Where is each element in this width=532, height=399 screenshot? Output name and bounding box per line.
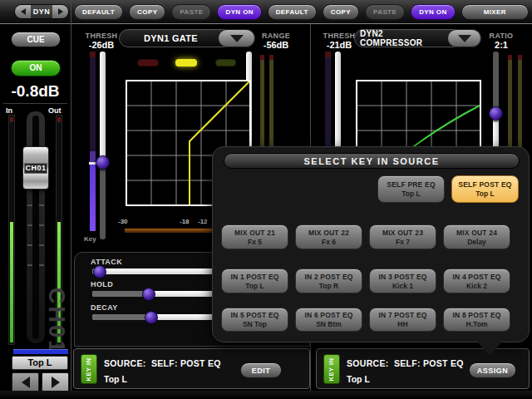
keyin-tab: KEY IN — [323, 354, 340, 384]
dropdown-cap[interactable] — [447, 29, 481, 47]
meter-peak-segment — [10, 117, 13, 122]
dyn1-thresh-slider-thumb[interactable] — [96, 155, 110, 170]
keyin-source-text: SOURCE: SELF: POST EQ — [104, 358, 221, 368]
selector-label: DYN — [31, 5, 52, 18]
next-channel-button[interactable] — [42, 372, 69, 392]
dyn2-type-value: DYN2 COMPRESSOR — [360, 30, 446, 47]
key-source-button[interactable]: MIX OUT 24Delay — [443, 224, 510, 249]
toolbar-button[interactable]: PASTE — [365, 4, 405, 20]
dropdown-cap[interactable] — [218, 29, 255, 47]
popup-row-self: SELF PRE EQTop L SELF POST EQTop L — [221, 175, 519, 203]
slider-track — [100, 52, 106, 162]
key-source-button[interactable]: IN 6 POST EQSN Btm — [295, 308, 362, 332]
fader-tick — [27, 204, 32, 206]
popup-row-in-2: IN 5 POST EQSN Top IN 6 POST EQSN Btm IN… — [221, 308, 519, 332]
arrow-right-icon — [52, 377, 60, 388]
keyin-tab: KEY IN — [81, 354, 97, 384]
dyn2-ratio-label: RATIO — [482, 32, 520, 40]
keyin-edit-button[interactable]: EDIT — [240, 362, 282, 378]
meter-level-fill — [10, 222, 13, 342]
hold-slider-thumb[interactable] — [142, 288, 155, 301]
meter-in-label: In — [6, 106, 12, 115]
key-source-button[interactable]: IN 5 POST EQSN Top — [221, 308, 288, 332]
decay-label: DECAY — [91, 303, 118, 312]
key-source-button[interactable]: MIX OUT 23Fx 7 — [369, 224, 436, 249]
toolbar-button[interactable]: DEFAULT — [74, 4, 123, 20]
axis-tick-label: -12 — [198, 218, 208, 225]
dyn2-thresh-value: -21dB — [320, 40, 358, 50]
fader-tick — [39, 224, 44, 226]
selector-next-button[interactable] — [52, 5, 68, 18]
dyn1-range-value: -56dB — [257, 40, 295, 50]
arrow-left-icon — [21, 8, 26, 15]
axis-tick-label: -30 — [118, 218, 128, 225]
toolbar-button[interactable]: MIXER — [461, 4, 529, 20]
key-source-button[interactable]: IN 3 POST EQKick 1 — [369, 268, 436, 293]
channel-name-label: Top L — [12, 356, 68, 370]
decay-slider-thumb[interactable] — [145, 311, 158, 324]
dyn1-thresh-slider[interactable] — [100, 52, 106, 239]
dyn2-thresh-label: THRESH — [320, 32, 358, 40]
input-level-meter — [8, 115, 15, 345]
meter-peak-segment — [260, 55, 264, 60]
slider-fill — [92, 291, 149, 297]
divider — [3, 103, 67, 104]
axis-tick-label: -18 — [180, 218, 190, 225]
meter-peak-segment — [90, 52, 96, 57]
fader-tick — [39, 264, 44, 266]
processor-selector: DYN — [14, 4, 69, 19]
fader-tick — [27, 264, 32, 266]
dyn2-ratio-slider-thumb[interactable] — [489, 106, 503, 121]
key-source-button[interactable]: IN 1 POST EQTop L — [221, 268, 288, 293]
toolbar-button[interactable]: DYN ON — [217, 4, 262, 20]
slider-fill — [92, 314, 151, 320]
channel-color-bar — [13, 349, 68, 354]
key-source-button[interactable]: MIX OUT 21Fx 5 — [221, 224, 288, 249]
key-source-button[interactable]: SELF POST EQTop L — [451, 175, 519, 203]
dyn2-ratio-value: 2:1 — [482, 40, 520, 50]
gate-led-red — [137, 59, 159, 66]
toolbar-left: DEFAULTCOPYPASTEDYN ON — [74, 4, 262, 20]
channel-on-button[interactable]: ON — [11, 60, 61, 76]
gate-led-yellow — [175, 59, 197, 66]
toolbar-button[interactable]: DYN ON — [411, 4, 456, 20]
keyin-assign-button[interactable]: ASSIGN — [469, 362, 516, 378]
selector-prev-button[interactable] — [15, 5, 31, 18]
key-source-button[interactable]: IN 2 POST EQTop R — [295, 268, 362, 293]
fader-tick — [39, 204, 44, 206]
key-source-button[interactable]: IN 7 POST EQHH — [369, 308, 436, 332]
keyin-source-name: Top L — [347, 374, 370, 384]
dyn2-type-dropdown[interactable]: DYN2 COMPRESSOR — [354, 29, 481, 47]
fader-channel-label: CH01 — [24, 163, 47, 174]
dynamics-screen: DYN DEFAULTCOPYPASTEDYN ON DEFAULTCOPYPA… — [0, 0, 532, 399]
key-source-button[interactable]: SELF PRE EQTop L — [377, 175, 445, 203]
meter-peak-segment — [57, 117, 61, 122]
toolbar-button[interactable]: DEFAULT — [268, 4, 317, 20]
key-source-button[interactable]: MIX OUT 22Fx 6 — [295, 224, 362, 249]
popup-row-mix: MIX OUT 21Fx 5 MIX OUT 22Fx 6 MIX OUT 23… — [221, 224, 519, 249]
fader-tick — [27, 224, 32, 226]
toolbar-button[interactable]: COPY — [323, 4, 359, 20]
dyn1-keyin-bar: KEY IN SOURCE: SELF: POST EQ Top L EDIT — [73, 348, 310, 389]
dyn1-type-dropdown[interactable]: DYN1 GATE — [119, 29, 255, 47]
toolbar-button[interactable]: COPY — [129, 4, 165, 20]
dyn1-thresh-value: -26dB — [82, 40, 121, 50]
key-source-button[interactable]: IN 8 POST EQH.Tom — [443, 308, 510, 332]
keyin-source-name: Top L — [104, 374, 127, 384]
meter-segment — [90, 151, 96, 162]
key-source-button[interactable]: IN 4 POST EQKick 2 — [443, 268, 510, 293]
arrow-left-icon — [22, 377, 30, 388]
chevron-down-icon — [230, 35, 244, 42]
attack-slider-thumb[interactable] — [93, 265, 106, 278]
channel-fader-knob[interactable]: CH01 — [22, 146, 49, 190]
cue-button[interactable]: CUE — [11, 32, 61, 47]
dyn1-range-label: RANGE — [257, 32, 295, 40]
popup-pointer-icon — [477, 342, 502, 356]
popup-row-in-1: IN 1 POST EQTop L IN 2 POST EQTop R IN 3… — [221, 268, 519, 293]
channel-watermark: CH01 — [43, 288, 69, 355]
toolbar-button[interactable]: PASTE — [171, 4, 211, 20]
prev-channel-button[interactable] — [12, 372, 39, 392]
key-in-source-popup: SELECT KEY IN SOURCE SELF PRE EQTop L SE… — [212, 146, 530, 342]
popup-title: SELECT KEY IN SOURCE — [224, 153, 520, 169]
dyn1-thresh-label: THRESH — [82, 32, 121, 40]
